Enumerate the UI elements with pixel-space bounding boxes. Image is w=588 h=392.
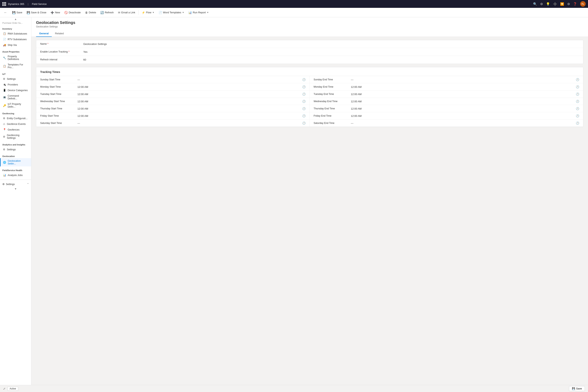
sidebar-item-iot-property[interactable]: 🔑 IoT Property Defin... [0,101,31,110]
geofences-icon: 📍 [3,128,6,131]
sidebar-top-item[interactable]: Purchase Order Su... [0,21,31,25]
time-picker-icon[interactable]: 🕐 [302,107,306,110]
end-label: Thursday End Time [314,107,351,110]
help-icon[interactable]: ❓ [573,2,577,6]
app-launcher-icon[interactable] [2,2,6,6]
sidebar-section-asset-properties: Asset Properties [0,48,31,54]
sidebar-item-iot-settings[interactable]: ⚙ Settings [0,76,31,82]
analytics-settings-icon: ⚙ [3,148,5,151]
refresh-button[interactable]: 🔄 Refresh [98,10,116,15]
back-button[interactable]: ← [2,10,8,16]
sidebar-item-geofencing-settings[interactable]: ⚙ Geofencing Settings [0,132,31,141]
page-subtitle: Geolocation Settings [36,25,583,28]
name-field-row: Name * Geolocation Settings [36,40,583,48]
email-icon: ✉ [118,11,120,14]
time-picker-icon[interactable]: 🕐 [302,85,306,88]
sidebar-item-entity-config[interactable]: ⚙ Entity Configurati... [0,116,31,121]
sidebar-item-templates[interactable]: 📋 Templates For Pro... [0,62,31,70]
save-button[interactable]: 💾 Save [10,10,24,15]
sidebar-item-analytics-settings[interactable]: ⚙ Settings [0,146,31,152]
sidebar-section-inventory: Inventory [0,25,31,31]
save-icon: 💾 [12,11,16,14]
time-picker-icon[interactable]: 🕐 [576,92,579,96]
time-picker-icon[interactable]: 🕐 [576,78,579,81]
tracking-times-grid: Sunday Start Time --- 🕐 Sunday End Time … [36,76,583,127]
deactivate-button[interactable]: 🚫 Deactivate [62,10,82,15]
start-label: Wednesday Start Time [40,100,78,103]
sidebar: ▲ Purchase Order Su... Inventory 📋 RMA S… [0,17,31,385]
sidebar-item-geofences[interactable]: 📍 Geofences [0,127,31,132]
sidebar-scroll-down[interactable]: ▼ [0,187,31,191]
time-picker-icon[interactable]: 🕐 [576,122,579,125]
plus-icon[interactable]: ➕ [553,2,557,6]
start-label: Saturday Start Time [40,122,78,124]
end-value: --- [351,122,576,125]
toolbar: ← 💾 Save 💾 Save & Close ➕ New 🚫 Deactiva… [0,8,588,17]
new-button[interactable]: ➕ New [48,10,62,15]
flow-button[interactable]: ⚡ Flow ▼ [140,10,156,15]
refresh-interval-row: Refresh interval 60 [36,56,583,64]
sidebar-item-providers[interactable]: 🔌 Providers [0,82,31,88]
end-value: 12:00 AM [351,107,576,110]
filter-icon[interactable]: 🔽 [560,2,564,6]
sidebar-item-rma-substatuses[interactable]: 📋 RMA Substatuses [0,31,31,36]
time-picker-icon[interactable]: 🕐 [576,114,579,118]
gear-icon[interactable]: ⚙ [567,2,570,6]
time-picker-icon[interactable]: 🕐 [576,85,579,88]
bottom-save-button[interactable]: 💾 Save [569,386,585,391]
tracking-end-thursday-end-time: Thursday End Time 12:00 AM 🕐 [310,105,583,112]
lightbulb-icon[interactable]: 💡 [546,2,550,6]
word-templates-chevron: ▼ [182,11,184,14]
new-icon: ➕ [50,11,54,14]
tab-general[interactable]: General [36,30,52,37]
top-navigation: Dynamics 365 | Field Service 🔍 ⚙ 💡 ➕ 🔽 ⚙… [0,0,588,8]
word-templates-button[interactable]: 📄 Word Templates ▼ [156,10,186,15]
app-name: Dynamics 365 [8,2,24,6]
expand-icon[interactable]: ⤢ [3,387,6,390]
end-label: Tuesday End Time [314,93,351,96]
settings-bottom-icon: ⚙ [2,183,5,186]
sidebar-item-rtv-substatuses[interactable]: 📄 RTV Substatuses [0,36,31,42]
time-picker-icon[interactable]: 🕐 [302,100,306,103]
email-link-button[interactable]: ✉ Email a Link [116,10,137,15]
sidebar-item-geolocation-settings[interactable]: 🌐 Geolocation Settin... [0,158,31,166]
tracking-end-monday-end-time: Monday End Time 12:00 AM 🕐 [310,83,583,90]
time-picker-icon[interactable]: 🕐 [576,107,579,110]
settings-icon[interactable]: ⚙ [540,2,543,6]
search-icon[interactable]: 🔍 [533,2,537,6]
end-value: --- [351,78,576,81]
tracking-start-thursday-start-time: Thursday Start Time 12:00 AM 🕐 [36,105,310,112]
deactivate-icon: 🚫 [64,11,68,14]
analysis-icon: 📊 [3,174,6,176]
time-picker-icon[interactable]: 🕐 [302,122,306,125]
end-label: Saturday End Time [314,122,351,124]
settings-expand-toggle[interactable]: ⚙ Settings ⌃ [0,181,31,187]
device-cat-icon: 📱 [3,89,6,92]
avatar[interactable]: FL [580,1,586,7]
sidebar-item-ship-via[interactable]: 🚚 Ship Via [0,42,31,48]
sidebar-item-analysis-jobs[interactable]: 📊 Analysis Jobs [0,172,31,178]
refresh-interval-label: Refresh interval [40,58,83,61]
time-picker-icon[interactable]: 🕐 [302,114,306,118]
flow-chevron: ▼ [152,11,154,14]
refresh-interval-value: 60 [83,58,579,61]
sidebar-scroll-up[interactable]: ▲ [0,17,31,21]
time-picker-icon[interactable]: 🕐 [302,78,306,81]
save-close-icon: 💾 [27,11,30,14]
sidebar-item-property-definitions[interactable]: 🔧 Property Definitions [0,54,31,62]
tab-related[interactable]: Related [52,30,67,37]
tracking-start-saturday-start-time: Saturday Start Time --- 🕐 [36,120,310,127]
sidebar-item-command-definitions[interactable]: 💻 Command Definiti... [0,93,31,101]
end-value: 12:00 AM [351,100,576,103]
run-report-button[interactable]: 📊 Run Report ▼ [186,10,210,15]
iot-prop-icon: 🔑 [3,104,6,107]
delete-button[interactable]: 🗑 Delete [83,10,98,15]
start-label: Friday Start Time [40,114,78,117]
start-value: 12:00 AM [78,114,302,118]
time-picker-icon[interactable]: 🕐 [576,100,579,103]
tracking-times-title: Tracking Times [36,67,583,76]
sidebar-item-device-categories[interactable]: 📱 Device Categories [0,88,31,93]
sidebar-item-geofence-events[interactable]: ⚠ Geofence Events [0,121,31,127]
save-close-button[interactable]: 💾 Save & Close [25,10,48,15]
time-picker-icon[interactable]: 🕐 [302,92,306,96]
